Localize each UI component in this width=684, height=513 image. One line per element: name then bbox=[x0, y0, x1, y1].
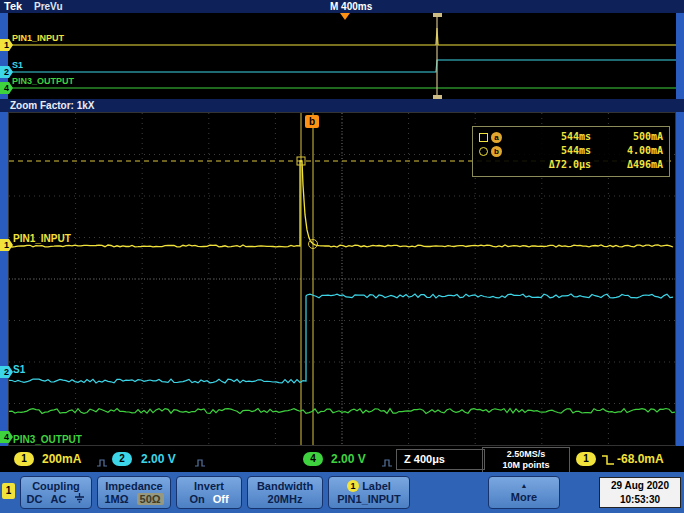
ch4-scale: 2.00 V bbox=[331, 452, 366, 466]
label-value: PIN1_INPUT bbox=[337, 493, 401, 505]
acquisition-status: PreVu bbox=[34, 0, 63, 13]
zoom-factor-strip: Zoom Factor: 1kX bbox=[0, 99, 684, 112]
trigger-position-icon[interactable] bbox=[340, 13, 350, 20]
cursor-b-marker: b bbox=[479, 146, 509, 157]
impedance-title: Impedance bbox=[105, 480, 162, 492]
coupling-button[interactable]: Coupling DC AC bbox=[20, 476, 92, 509]
ch2-trace-label: S1 bbox=[12, 60, 23, 71]
time-display: 10:53:30 bbox=[600, 493, 680, 507]
ch2-waveform-icon bbox=[194, 454, 206, 472]
cursor-delta-row: Δ72.0μs Δ496mA bbox=[479, 158, 663, 172]
invert-button[interactable]: Invert On Off bbox=[176, 476, 242, 509]
label-title: Label bbox=[362, 480, 391, 492]
cursor-readout: a 544ms 500mA b 544ms 4.00mA Δ72.0μs Δ49… bbox=[472, 126, 670, 177]
ch2-badge[interactable]: 2 bbox=[112, 452, 132, 466]
ch1-trace-label-zoom: PIN1_INPUT bbox=[13, 233, 71, 245]
tek-logo: Tek bbox=[4, 0, 22, 13]
trigger-level-readout: -68.0mA bbox=[617, 452, 664, 466]
coupling-option-dc[interactable]: DC bbox=[27, 493, 43, 505]
ch1-waveform-icon bbox=[96, 454, 108, 472]
datetime-display: 29 Aug 2020 10:53:30 bbox=[599, 477, 681, 508]
invert-title: Invert bbox=[194, 480, 224, 492]
cursor-a-value: 500mA bbox=[591, 131, 663, 143]
cursor-a-marker: a bbox=[479, 132, 509, 143]
coupling-ground-icon[interactable] bbox=[74, 493, 85, 506]
main-timebase-readout: M 400ms bbox=[330, 0, 372, 13]
active-channel-tab[interactable]: 1 bbox=[2, 483, 15, 499]
ch1-trace-label: PIN1_INPUT bbox=[12, 33, 64, 44]
more-button[interactable]: ▲ More bbox=[488, 476, 560, 509]
ch1-scale: 200mA bbox=[42, 452, 81, 466]
cursor-b-row: b 544ms 4.00mA bbox=[479, 144, 663, 158]
cursor-b-circle-icon bbox=[479, 147, 488, 156]
invert-option-off[interactable]: Off bbox=[213, 493, 229, 505]
zoom-timebase-readout: Z 400μs bbox=[396, 449, 485, 470]
overview-waveforms bbox=[8, 13, 676, 99]
ch2-scale: 2.00 V bbox=[141, 452, 176, 466]
status-bar: 1 200mA 2 2.00 V 4 2.00 V Z 400μs 2.50MS… bbox=[0, 446, 684, 472]
more-title: More bbox=[511, 491, 537, 503]
cursor-b-tag[interactable]: b bbox=[305, 115, 319, 128]
label-channel-badge: 1 bbox=[347, 480, 359, 492]
cursor-a-square-icon bbox=[479, 133, 488, 142]
soft-menu-bar: 1 Coupling DC AC Impedance 1MΩ 50Ω Inver… bbox=[0, 472, 684, 513]
impedance-option-1mohm[interactable]: 1MΩ bbox=[104, 493, 128, 505]
cursor-a-row: a 544ms 500mA bbox=[479, 130, 663, 144]
bandwidth-button[interactable]: Bandwidth 20MHz bbox=[247, 476, 323, 509]
oscilloscope-screen: Tek PreVu M 400ms PIN1_INPUT S1 PIN3_OUT… bbox=[0, 0, 684, 513]
ch4-waveform-icon bbox=[381, 454, 393, 472]
cursor-b-letter: b bbox=[491, 146, 502, 157]
bandwidth-value: 20MHz bbox=[268, 493, 303, 505]
impedance-option-50ohm[interactable]: 50Ω bbox=[137, 493, 164, 505]
coupling-option-ac[interactable]: AC bbox=[51, 493, 67, 505]
ch4-trace-label-zoom: PIN3_OUTPUT bbox=[13, 434, 82, 446]
ch4-trace-label: PIN3_OUTPUT bbox=[12, 76, 74, 87]
more-up-arrow-icon: ▲ bbox=[521, 482, 528, 490]
cursor-b-time: 544ms bbox=[509, 145, 591, 157]
sample-rate: 2.50MS/s bbox=[483, 449, 569, 460]
ch2-trace-label-zoom: S1 bbox=[13, 364, 25, 376]
cursor-delta-value: Δ496mA bbox=[591, 159, 663, 171]
trigger-source-badge: 1 bbox=[576, 452, 596, 466]
cursor-delta-time: Δ72.0μs bbox=[509, 159, 591, 171]
trigger-falling-slope-icon bbox=[601, 452, 615, 470]
date-display: 29 Aug 2020 bbox=[600, 479, 680, 493]
overview-waveform-window[interactable]: PIN1_INPUT S1 PIN3_OUTPUT bbox=[8, 13, 676, 99]
bandwidth-title: Bandwidth bbox=[257, 480, 313, 492]
cursor-b-value: 4.00mA bbox=[591, 145, 663, 157]
label-button[interactable]: 1 Label PIN1_INPUT bbox=[328, 476, 410, 509]
ch1-badge[interactable]: 1 bbox=[14, 452, 34, 466]
coupling-title: Coupling bbox=[32, 480, 80, 492]
zoom-factor-label: Zoom Factor: 1kX bbox=[10, 99, 94, 112]
top-bar: Tek PreVu M 400ms bbox=[0, 0, 684, 13]
invert-option-on[interactable]: On bbox=[189, 493, 204, 505]
ch4-badge[interactable]: 4 bbox=[303, 452, 323, 466]
record-length: 10M points bbox=[483, 460, 569, 471]
sample-rate-readout: 2.50MS/s 10M points bbox=[482, 447, 570, 473]
impedance-button[interactable]: Impedance 1MΩ 50Ω bbox=[97, 476, 171, 509]
cursor-a-letter: a bbox=[491, 132, 502, 143]
cursor-a-time: 544ms bbox=[509, 131, 591, 143]
zoom-waveform-window[interactable]: PIN1_INPUT S1 PIN3_OUTPUT b a 544ms 500m… bbox=[8, 112, 676, 446]
